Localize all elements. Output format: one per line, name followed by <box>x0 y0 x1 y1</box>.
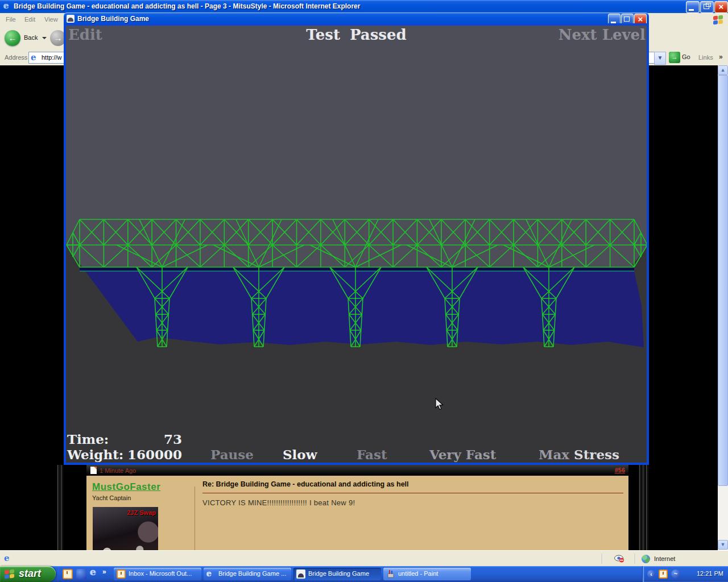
username-link[interactable]: MustGoFaster <box>92 481 160 493</box>
forum-table-left-border <box>56 465 63 550</box>
forum-post-body: MustGoFaster Yacht Captain 2JZ Swap Re: … <box>86 476 628 550</box>
post-title: Re: Bridge Building Game - educational a… <box>202 480 409 488</box>
time-value: 73 <box>114 431 182 447</box>
taskbar-button-outlook[interactable]: Inbox - Microsoft Out... <box>114 568 201 580</box>
quicklaunch-chevron-icon[interactable]: » <box>102 568 106 576</box>
links-label[interactable]: Links <box>698 54 713 61</box>
ie-statusbar: e Internet <box>0 550 728 567</box>
toolbar-overflow-chevron[interactable]: » <box>719 53 723 61</box>
menu-edit[interactable]: Edit <box>24 16 35 23</box>
internet-zone-label: Internet <box>654 555 675 562</box>
post-message: VICTORY IS MINE!!!!!!!!!!!!!!!!!! I beat… <box>202 498 355 507</box>
game-client-area: Edit Test Passed Next Level Time: 73 Wei… <box>66 26 647 463</box>
go-label: Go <box>682 53 690 60</box>
post-timestamp: 1 Minute Ago <box>100 467 136 474</box>
ie-restore-button[interactable] <box>700 1 714 13</box>
address-label: Address <box>5 54 27 61</box>
start-label: start <box>19 568 41 580</box>
bridge-app-icon <box>67 15 75 23</box>
windows-logo-icon <box>713 15 723 24</box>
forum-post-header: 1 Minute Ago #56 <box>86 465 628 476</box>
close-icon: × <box>635 14 646 25</box>
paint-icon <box>386 569 395 579</box>
ie-titlebar: e Bridge Building Game - educational and… <box>0 0 728 13</box>
post-title-rule <box>202 493 623 493</box>
scroll-up-button[interactable]: ▲ <box>718 65 728 75</box>
taskbar-button-bridge-game[interactable]: Bridge Building Game <box>293 568 381 580</box>
ie-minimize-button[interactable] <box>686 1 700 13</box>
ie-quicklaunch-icon[interactable]: e <box>90 568 100 578</box>
post-doc-icon <box>90 467 97 474</box>
menu-view[interactable]: View <box>44 16 58 23</box>
vertical-scrollbar[interactable]: ▲ ▼ <box>718 65 728 550</box>
fast-button[interactable]: Fast <box>357 447 387 462</box>
game-titlebar[interactable]: Bridge Building Game × <box>64 13 649 26</box>
address-dropdown-button[interactable]: ▼ <box>654 52 666 65</box>
minimize-icon <box>689 9 694 11</box>
next-level-button[interactable]: Next Level <box>559 26 646 43</box>
game-minimize-button[interactable] <box>608 14 621 26</box>
taskbar-clock: 12:21 PM <box>697 570 723 577</box>
post-column-divider <box>195 487 195 550</box>
user-avatar: 2JZ Swap <box>93 507 158 550</box>
max-stress-button[interactable]: Max Stress <box>539 447 619 462</box>
start-button[interactable]: start <box>0 566 56 582</box>
status-page-icon: e <box>4 554 10 563</box>
desktop: e Bridge Building Game - educational and… <box>0 0 728 582</box>
taskbar: start e » Inbox - Microsoft Out... e Bri… <box>0 566 728 582</box>
scroll-down-button[interactable]: ▼ <box>718 540 728 550</box>
weight-value: 160000 <box>114 447 182 462</box>
windows-flag-icon <box>5 569 15 579</box>
privacy-report-icon[interactable] <box>614 555 624 563</box>
game-window: Bridge Building Game × Edit Test Passed … <box>64 13 649 465</box>
tray-activity-icon[interactable]: ~ <box>671 569 680 579</box>
back-button-icon[interactable]: ← <box>5 30 20 46</box>
game-close-button[interactable]: × <box>634 14 647 26</box>
tray-reminder-icon[interactable] <box>659 569 668 579</box>
go-arrow-icon: → <box>669 52 680 63</box>
game-maximize-button[interactable] <box>621 14 634 26</box>
tray-collapse-chevron-icon[interactable]: ‹ <box>647 570 655 578</box>
ie-logo-icon: e <box>3 2 9 10</box>
very-fast-button[interactable]: Very Fast <box>429 447 496 462</box>
game-window-title: Bridge Building Game <box>77 15 149 23</box>
menu-file[interactable]: File <box>6 16 16 23</box>
taskbar-button-browser[interactable]: e Bridge Building Game ... <box>204 568 291 580</box>
bridge-game-icon <box>296 569 305 579</box>
internet-zone-icon <box>642 555 650 563</box>
post-number-link[interactable]: #56 <box>615 467 625 473</box>
outlook-icon <box>117 569 126 579</box>
maximize-icon <box>624 16 630 22</box>
forum-post: 1 Minute Ago #56 MustGoFaster Yacht Capt… <box>86 465 628 550</box>
back-dropdown-icon[interactable] <box>42 37 47 39</box>
scrollbar-thumb[interactable] <box>718 75 728 486</box>
back-button-label[interactable]: Back <box>24 34 38 41</box>
mouse-cursor <box>435 398 446 410</box>
system-tray: ‹ ~ 12:21 PM <box>642 566 728 582</box>
slow-button[interactable]: Slow <box>283 447 317 462</box>
address-value: http://w <box>42 54 61 61</box>
time-label: Time: <box>67 431 109 447</box>
ie-window-title: Bridge Building Game - educational and a… <box>14 2 360 10</box>
taskbar-button-paint[interactable]: untitled - Paint <box>383 568 471 580</box>
pause-button[interactable]: Pause <box>210 447 254 462</box>
outlook-quicklaunch-icon[interactable] <box>63 569 73 579</box>
go-button[interactable]: → Go <box>669 52 690 64</box>
msn-quicklaunch-icon[interactable] <box>76 569 86 579</box>
forum-table-right-border <box>638 465 648 550</box>
page-ie-icon: e <box>31 53 36 62</box>
ie-page-icon: e <box>206 569 216 579</box>
bridge-simulation-scene[interactable] <box>66 26 647 463</box>
close-icon: × <box>715 2 727 13</box>
ie-close-button[interactable]: × <box>714 1 728 13</box>
minimize-icon <box>611 22 616 23</box>
avatar-caption: 2JZ Swap <box>127 509 156 516</box>
user-title: Yacht Captain <box>92 494 131 501</box>
